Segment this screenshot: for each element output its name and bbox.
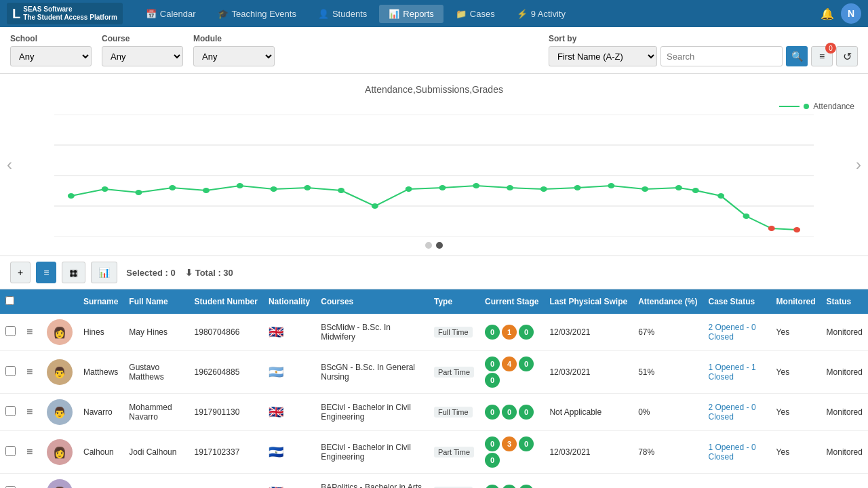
header-student-number[interactable]: Student Number: [189, 289, 263, 314]
row-status: Monitored: [821, 474, 868, 489]
table-row: ≡ 👨 Matthews Gustavo Matthews 1962604885…: [0, 351, 868, 394]
row-checkbox[interactable]: [5, 326, 16, 336]
case-status-link[interactable]: 2 Opened - 0 Closed: [709, 403, 756, 422]
select-all-checkbox[interactable]: [5, 296, 14, 305]
svg-point-18: [507, 185, 513, 190]
header-last-swipe[interactable]: Last Physical Swipe: [544, 289, 633, 314]
row-avatar-cell: 👩: [41, 431, 78, 474]
module-select[interactable]: Any: [193, 46, 275, 66]
legend-dot: [804, 104, 809, 109]
row-menu-icon[interactable]: ≡: [26, 326, 33, 338]
top-navigation: L SEAS SoftwareThe Student Access Platfo…: [0, 0, 868, 27]
nav-item-cases[interactable]: 📁 Cases: [446, 5, 505, 23]
activity-icon: ⚡: [517, 9, 528, 19]
row-nationality: 🇬🇧: [263, 314, 315, 351]
header-current-stage[interactable]: Current Stage: [479, 289, 544, 314]
student-avatar: 👨: [47, 359, 73, 385]
nav-item-activity[interactable]: ⚡ 9 Activity: [507, 5, 575, 23]
row-case-status[interactable]: 1 Opened - 1 Closed: [703, 351, 771, 394]
course-select[interactable]: Any: [102, 46, 183, 66]
row-monitored: Yes: [771, 474, 821, 489]
row-type: Full Time: [429, 394, 479, 431]
filter-bar: School Any Course Any Module Any Sort by…: [0, 27, 868, 74]
chart-view-button[interactable]: 📊: [91, 262, 117, 283]
logo-letter: L: [12, 6, 20, 22]
row-checkbox[interactable]: [5, 446, 16, 456]
row-current-stage: 000: [479, 394, 544, 431]
svg-point-20: [574, 185, 581, 190]
row-current-stage: 0400: [479, 351, 544, 394]
row-case-status[interactable]: 2 Opened - 0 Closed: [703, 314, 771, 351]
case-status-link[interactable]: 1 Opened - 0 Closed: [709, 443, 756, 462]
school-select[interactable]: Any: [10, 46, 92, 66]
row-case-status[interactable]: 1 Opened - 0 Closed: [703, 431, 771, 474]
chart-prev-button[interactable]: ‹: [0, 148, 19, 181]
search-input[interactable]: [660, 46, 783, 66]
filter-options-button[interactable]: ≡ 0: [811, 46, 833, 66]
header-status[interactable]: Status: [821, 289, 868, 314]
status-badge: 0: [519, 485, 534, 488]
table-row: ≡ 👩 Hines May Hines 1980704866 🇬🇧 BScMid…: [0, 314, 868, 351]
row-monitored: Yes: [771, 314, 821, 351]
header-fullname[interactable]: Full Name: [123, 289, 189, 314]
clear-filters-button[interactable]: ↺: [836, 46, 858, 66]
sort-select[interactable]: First Name (A-Z): [549, 46, 657, 66]
module-label: Module: [193, 34, 275, 43]
header-case-status[interactable]: Case Status: [703, 289, 771, 314]
case-status-link[interactable]: 2 Opened - 0 Closed: [709, 323, 756, 342]
nav-label-teaching-events: Teaching Events: [232, 9, 296, 19]
svg-point-23: [675, 185, 682, 190]
notifications-bell[interactable]: 🔔: [821, 7, 834, 20]
nav-item-students[interactable]: 👤 Students: [309, 5, 376, 23]
nav-right: 🔔 N: [821, 3, 861, 24]
row-checkbox-cell: [0, 431, 21, 474]
nav-item-reports[interactable]: 📊 Reports: [379, 5, 443, 23]
row-checkbox[interactable]: [5, 406, 16, 416]
header-type[interactable]: Type: [429, 289, 479, 314]
chart-dot-2[interactable]: [436, 242, 443, 249]
list-view-button[interactable]: ≡: [36, 262, 56, 283]
type-badge: Full Time: [434, 407, 473, 418]
svg-point-15: [406, 186, 412, 192]
row-case-status[interactable]: 2 Opened - 0 Closed: [703, 394, 771, 431]
nationality-flag: 🇦🇷: [269, 365, 283, 379]
header-avatar-col: [41, 289, 78, 314]
status-badge: 3: [502, 436, 517, 451]
sort-row: First Name (A-Z) 🔍 ≡ 0 ↺: [549, 46, 858, 66]
header-surname[interactable]: Surname: [78, 289, 123, 314]
status-badge: 0: [485, 325, 500, 340]
row-case-status: Not Applicable: [703, 474, 771, 489]
grid-view-button[interactable]: ▦: [62, 262, 85, 283]
row-menu-icon[interactable]: ≡: [26, 406, 33, 418]
row-nationality: 🇸🇻: [263, 431, 315, 474]
row-checkbox[interactable]: [5, 366, 16, 376]
chart-dot-1[interactable]: [425, 242, 432, 249]
row-checkbox-cell: [0, 474, 21, 489]
row-fullname: Myrna Hardy: [123, 474, 189, 489]
nav-item-teaching-events[interactable]: 🎓 Teaching Events: [208, 5, 306, 23]
row-last-swipe: 12/03/2021: [544, 314, 633, 351]
table-header: Surname Full Name Student Number Nationa…: [0, 289, 868, 314]
add-button[interactable]: +: [10, 262, 31, 283]
row-surname: Matthews: [78, 351, 123, 394]
header-monitored[interactable]: Monitored: [771, 289, 821, 314]
header-nationality[interactable]: Nationality: [263, 289, 315, 314]
chart-next-button[interactable]: ›: [849, 148, 868, 181]
header-menu-col: [21, 289, 41, 314]
svg-point-28: [793, 227, 800, 232]
row-courses: BScMidw - B.Sc. In Midwifery: [315, 314, 429, 351]
row-menu-cell: ≡: [21, 394, 41, 431]
type-badge: Part Time: [434, 367, 474, 378]
chart-container: ‹ › Attendance,Submissions,Grades Attend…: [0, 74, 868, 256]
search-button[interactable]: 🔍: [786, 46, 808, 66]
user-avatar[interactable]: N: [841, 3, 861, 24]
row-menu-icon[interactable]: ≡: [26, 366, 33, 378]
row-menu-icon[interactable]: ≡: [26, 446, 33, 458]
row-fullname: Jodi Calhoun: [123, 431, 189, 474]
header-attendance[interactable]: Attendance (%): [633, 289, 703, 314]
nationality-flag: 🇬🇧: [269, 405, 283, 419]
row-student-number: 1962604885: [189, 351, 263, 394]
case-status-link[interactable]: 1 Opened - 1 Closed: [709, 363, 756, 382]
header-courses[interactable]: Courses: [315, 289, 429, 314]
nav-item-calendar[interactable]: 📅 Calendar: [136, 5, 205, 23]
